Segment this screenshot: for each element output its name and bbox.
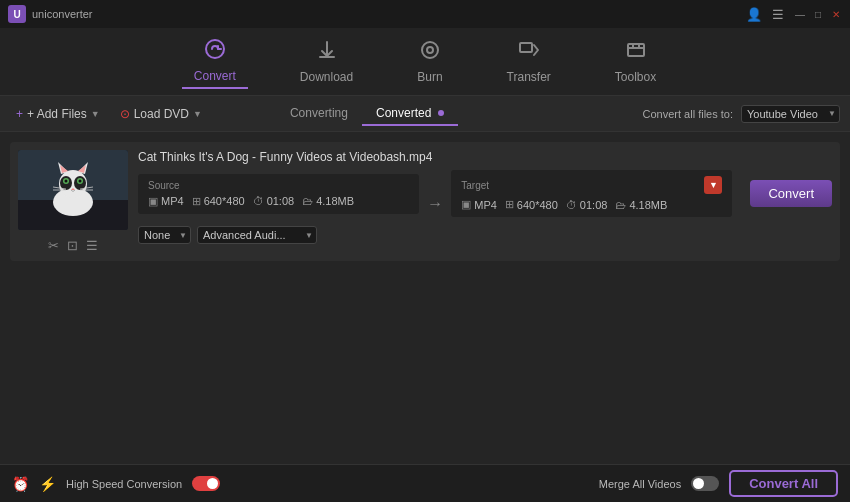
dvd-dropdown-icon[interactable]: ▼ bbox=[193, 109, 202, 119]
nav-transfer[interactable]: Transfer bbox=[495, 35, 563, 88]
source-size: 🗁 4.18MB bbox=[302, 195, 354, 207]
svg-rect-3 bbox=[520, 43, 532, 52]
convert-all-button[interactable]: Convert All bbox=[729, 470, 838, 497]
window-controls: — □ ✕ bbox=[794, 8, 842, 20]
source-props: ▣ MP4 ⊞ 640*480 ⏱ 01:08 🗁 bbox=[148, 195, 409, 208]
add-files-button[interactable]: + + Add Files ▼ bbox=[10, 105, 106, 123]
thumb-controls: ✂ ⊡ ☰ bbox=[48, 238, 98, 253]
tab-converted[interactable]: Converted bbox=[362, 102, 458, 126]
scissors-icon[interactable]: ✂ bbox=[48, 238, 59, 253]
nav-toolbox[interactable]: Toolbox bbox=[603, 35, 668, 88]
svg-point-18 bbox=[65, 180, 68, 183]
titlebar: U uniconverter 👤 ☰ — □ ✕ bbox=[0, 0, 850, 28]
watermark-icon[interactable]: ⊡ bbox=[67, 238, 78, 253]
format-select-wrapper[interactable]: Youtube Video MP4 AVI Youtube Video bbox=[741, 105, 840, 123]
toggle-knob bbox=[207, 478, 218, 489]
file-item: ✂ ⊡ ☰ Cat Thinks It's A Dog - Funny Vide… bbox=[10, 142, 840, 261]
plus-icon: + bbox=[16, 107, 23, 121]
target-duration: ⏱ 01:08 bbox=[566, 199, 608, 211]
convert-button[interactable]: Convert bbox=[750, 180, 832, 207]
extra-options: None Trim None Advanced Audi... Standard… bbox=[138, 225, 832, 244]
format-select[interactable]: Youtube Video MP4 AVI bbox=[741, 105, 840, 123]
titlebar-left: U uniconverter bbox=[8, 5, 93, 23]
nav-transfer-label: Transfer bbox=[507, 70, 551, 84]
svg-rect-4 bbox=[628, 44, 644, 56]
target-res-icon: ⊞ bbox=[505, 198, 514, 211]
target-resolution: ⊞ 640*480 bbox=[505, 198, 558, 211]
target-format-icon: ▣ bbox=[461, 198, 471, 211]
tab-dot bbox=[438, 110, 444, 116]
nav-convert-label: Convert bbox=[194, 69, 236, 83]
source-label: Source bbox=[148, 180, 409, 191]
menu-icon[interactable]: ☰ bbox=[772, 7, 784, 22]
svg-point-1 bbox=[422, 42, 438, 58]
target-dur-icon: ⏱ bbox=[566, 199, 577, 211]
source-duration: ⏱ 01:08 bbox=[253, 195, 295, 207]
nav-burn-label: Burn bbox=[417, 70, 442, 84]
source-resolution: ⊞ 640*480 bbox=[192, 195, 245, 208]
convert-nav-icon bbox=[204, 38, 226, 65]
target-format: ▣ MP4 bbox=[461, 198, 497, 211]
bottombar: ⏰ ⚡ High Speed Conversion Merge All Vide… bbox=[0, 464, 850, 502]
main-content: ✂ ⊡ ☰ Cat Thinks It's A Dog - Funny Vide… bbox=[0, 132, 850, 464]
target-label: Target ▼ bbox=[461, 176, 722, 194]
transfer-nav-icon bbox=[518, 39, 540, 66]
svg-point-2 bbox=[427, 47, 433, 53]
minimize-button[interactable]: — bbox=[794, 8, 806, 20]
app-title: uniconverter bbox=[32, 8, 93, 20]
thumbnail bbox=[18, 150, 128, 230]
download-nav-icon bbox=[316, 39, 338, 66]
load-dvd-label: Load DVD bbox=[134, 107, 189, 121]
target-size-icon: 🗁 bbox=[615, 199, 626, 211]
merge-label: Merge All Videos bbox=[599, 478, 681, 490]
nav-download-label: Download bbox=[300, 70, 353, 84]
resolution-icon: ⊞ bbox=[192, 195, 201, 208]
source-box: Source ▣ MP4 ⊞ 640*480 ⏱ 01:08 bbox=[138, 174, 419, 214]
nav-burn[interactable]: Burn bbox=[405, 35, 454, 88]
none-select-wrapper[interactable]: None Trim None bbox=[138, 225, 191, 244]
svg-point-19 bbox=[79, 180, 82, 183]
thumbnail-section: ✂ ⊡ ☰ bbox=[18, 150, 128, 253]
bottom-right: Merge All Videos Convert All bbox=[599, 470, 838, 497]
add-files-label: + Add Files bbox=[27, 107, 87, 121]
bottom-left: ⏰ ⚡ High Speed Conversion bbox=[12, 476, 589, 492]
navbar: Convert Download Burn Transfer bbox=[0, 28, 850, 96]
settings-icon[interactable]: ☰ bbox=[86, 238, 98, 253]
target-dropdown-button[interactable]: ▼ bbox=[704, 176, 722, 194]
toolbox-nav-icon bbox=[625, 39, 647, 66]
size-icon: 🗁 bbox=[302, 195, 313, 207]
tab-converting[interactable]: Converting bbox=[276, 102, 362, 126]
tab-group: Converting Converted bbox=[276, 102, 458, 126]
nav-convert[interactable]: Convert bbox=[182, 34, 248, 89]
file-name: Cat Thinks It's A Dog - Funny Videos at … bbox=[138, 150, 832, 164]
app-logo: U bbox=[8, 5, 26, 23]
alarm-icon[interactable]: ⏰ bbox=[12, 476, 29, 492]
source-target: Source ▣ MP4 ⊞ 640*480 ⏱ 01:08 bbox=[138, 170, 832, 217]
dvd-icon: ⊙ bbox=[120, 107, 130, 121]
audio-select[interactable]: Advanced Audi... Standard bbox=[197, 226, 317, 244]
user-icon[interactable]: 👤 bbox=[746, 7, 762, 22]
file-info: Cat Thinks It's A Dog - Funny Videos at … bbox=[138, 150, 832, 244]
maximize-button[interactable]: □ bbox=[812, 8, 824, 20]
speed-label: High Speed Conversion bbox=[66, 478, 182, 490]
close-button[interactable]: ✕ bbox=[830, 8, 842, 20]
burn-nav-icon bbox=[419, 39, 441, 66]
audio-select-wrapper[interactable]: Advanced Audi... Standard Advanced Audi.… bbox=[197, 225, 317, 244]
load-dvd-button[interactable]: ⊙ Load DVD ▼ bbox=[114, 105, 208, 123]
target-size: 🗁 4.18MB bbox=[615, 199, 667, 211]
titlebar-controls: 👤 ☰ — □ ✕ bbox=[746, 7, 842, 22]
nav-toolbox-label: Toolbox bbox=[615, 70, 656, 84]
merge-toggle-knob bbox=[693, 478, 704, 489]
target-props: ▣ MP4 ⊞ 640*480 ⏱ 01:08 🗁 bbox=[461, 198, 722, 211]
source-format: ▣ MP4 bbox=[148, 195, 184, 208]
speed-toggle[interactable] bbox=[192, 476, 220, 491]
merge-toggle[interactable] bbox=[691, 476, 719, 491]
format-icon: ▣ bbox=[148, 195, 158, 208]
nav-download[interactable]: Download bbox=[288, 35, 365, 88]
target-box: Target ▼ ▣ MP4 ⊞ 640*480 ⏱ bbox=[451, 170, 732, 217]
none-select[interactable]: None Trim bbox=[138, 226, 191, 244]
convert-all-to-label: Convert all files to: bbox=[643, 108, 733, 120]
arrow-icon: → bbox=[427, 195, 443, 213]
toolbar: + + Add Files ▼ ⊙ Load DVD ▼ Converting … bbox=[0, 96, 850, 132]
add-files-dropdown-icon[interactable]: ▼ bbox=[91, 109, 100, 119]
